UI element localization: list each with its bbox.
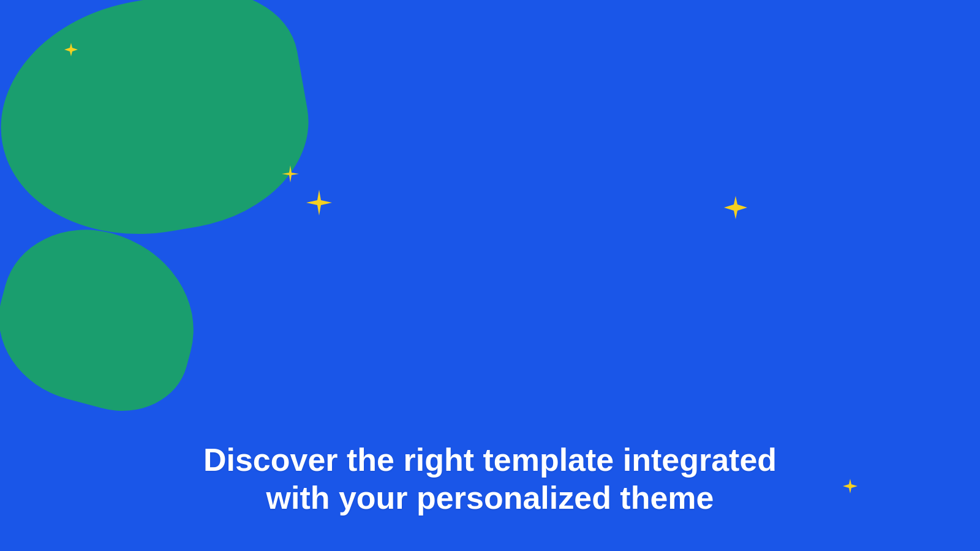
cards-container: 🛒 Buy and go! $20.00 Full price 🔄 Every …	[0, 542, 980, 551]
sparkle-3	[64, 43, 78, 59]
sparkle-5	[843, 479, 858, 496]
hero-title: Discover the right template integrated w…	[153, 441, 827, 517]
bg-blob-medium	[0, 210, 215, 426]
header: Discover the right template integrated w…	[0, 404, 980, 542]
sparkle-4	[724, 196, 747, 222]
sparkle-2	[306, 190, 332, 218]
sparkle-1	[282, 165, 299, 185]
bg-blob-large	[0, 0, 324, 258]
